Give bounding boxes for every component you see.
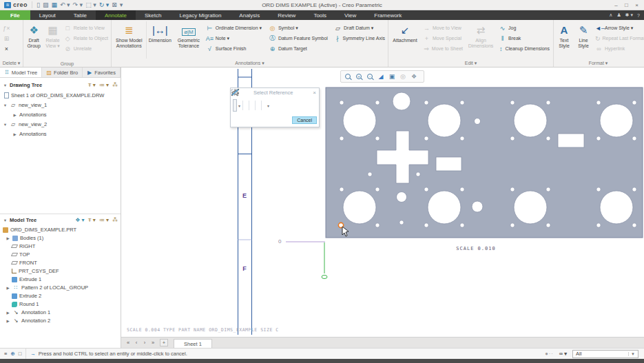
make-line-dropdown-icon[interactable]: ▾ xyxy=(267,103,270,108)
display-style-icon[interactable]: ◎ xyxy=(398,72,408,81)
user-account-icon[interactable]: ♟ xyxy=(616,12,621,18)
cleanup-dimensions-button[interactable]: ↕Cleanup Dimensions xyxy=(497,43,552,54)
tab-legacy-migration[interactable]: Legacy Migration xyxy=(170,10,230,20)
tree-item-annotations-1[interactable]: ▶ Annotations xyxy=(0,110,121,119)
next-sheet-icon[interactable]: › xyxy=(142,340,147,346)
new-file-icon[interactable]: ▯ xyxy=(37,1,40,8)
ordinate-dimension-button[interactable]: ⊢Ordinate Dimension ▾ xyxy=(204,23,267,33)
delete-annotation-button[interactable]: ƒ× xyxy=(1,23,22,33)
symbol-button[interactable]: ◎Symbol ▾ xyxy=(267,23,332,33)
group-label-delete[interactable]: Delete ▾ xyxy=(0,61,23,66)
break-button[interactable]: ‖Break xyxy=(497,33,552,43)
collapse-icon[interactable]: ▼ xyxy=(3,83,8,87)
expander-collapsed-icon[interactable]: ▶ xyxy=(6,311,10,315)
tab-review[interactable]: Review xyxy=(269,10,304,20)
minimize-button[interactable]: – xyxy=(612,2,621,8)
collapse-icon[interactable]: ▼ xyxy=(3,218,8,222)
full-screen-icon[interactable]: □ xyxy=(19,351,22,357)
dimension-button[interactable]: |↔| Dimension xyxy=(147,21,174,59)
midpoint-reference-button[interactable] xyxy=(251,99,253,112)
tab-framework[interactable]: Framework xyxy=(365,10,411,20)
undo-icon[interactable]: ↶ ▾ xyxy=(60,1,70,8)
on-entity-reference-button[interactable] xyxy=(245,99,247,112)
cancel-button[interactable]: Cancel xyxy=(292,116,317,124)
filter-icon[interactable]: Ŧ ▾ xyxy=(88,82,96,88)
unrelate-button[interactable]: ⊘Unrelate xyxy=(62,43,110,54)
selection-filter-icon[interactable]: ⬚ ▾ xyxy=(85,1,96,8)
redo-icon[interactable]: ↷ ▾ xyxy=(73,1,83,8)
group-label-annotations[interactable]: Annotations ▾ xyxy=(112,61,388,66)
tree-item-new-view-2[interactable]: ▼ ▱ new_view_2 xyxy=(0,120,121,129)
tab-folder-browser[interactable]: ▨Folder Bro xyxy=(42,68,83,77)
regenerate-icon[interactable]: ↻ ▾ xyxy=(99,1,110,8)
expander-collapsed-icon[interactable]: ▶ xyxy=(6,236,10,240)
expander-collapsed-icon[interactable]: ▶ xyxy=(12,132,17,136)
refit-icon[interactable]: ◢ xyxy=(376,72,386,81)
tab-sketch[interactable]: Sketch xyxy=(136,10,170,20)
show-model-annotations-button[interactable]: ≣ Show Model Annotations xyxy=(112,21,147,59)
previous-sheet-icon[interactable]: ‹ xyxy=(134,340,139,346)
delete-button[interactable]: × xyxy=(1,43,22,54)
group-label-edit[interactable]: Edit ▾ xyxy=(388,61,553,66)
help-icon[interactable]: ? xyxy=(637,13,640,18)
tab-table[interactable]: Table xyxy=(65,10,96,20)
hyperlink-button[interactable]: ∞Hyperlink xyxy=(593,43,641,54)
tab-layout[interactable]: Layout xyxy=(30,10,65,20)
datum-feature-symbol-button[interactable]: ⒶDatum Feature Symbol xyxy=(267,33,332,43)
zoom-in-icon[interactable]: + xyxy=(354,72,364,81)
panel-splitter[interactable] xyxy=(0,214,121,214)
tab-analysis[interactable]: Analysis xyxy=(230,10,269,20)
search-icon[interactable]: ∞ ▾ xyxy=(559,351,567,357)
symmetry-line-axis-button[interactable]: ∤Symmetry Line Axis xyxy=(332,33,387,43)
datum-display-filters-icon[interactable]: ❖ xyxy=(409,72,419,81)
dialog-close-icon[interactable]: × xyxy=(313,90,316,96)
model-filter-icon[interactable]: ❖ ▾ xyxy=(75,217,84,223)
repeat-last-format-button[interactable]: ↻Repeat Last Format xyxy=(593,33,641,43)
add-sheet-button[interactable]: + xyxy=(160,339,168,346)
center-reference-button[interactable] xyxy=(257,99,260,112)
expander-expanded-icon[interactable]: ▼ xyxy=(3,103,8,107)
customize-qat-icon[interactable]: ▾ xyxy=(120,1,123,8)
move-special-button[interactable]: +Move Special xyxy=(421,33,465,43)
tab-model-tree[interactable]: ⠿Model Tree xyxy=(0,68,42,77)
first-sheet-icon[interactable]: « xyxy=(125,340,131,346)
tab-annotate[interactable]: Annotate xyxy=(96,10,136,20)
relate-to-view-button[interactable]: □Relate to View xyxy=(62,23,110,33)
tab-favorites[interactable]: ▶Favorites xyxy=(83,68,121,77)
jog-button[interactable]: ∿Jog xyxy=(497,23,552,33)
surface-finish-button[interactable]: √Surface Finish xyxy=(204,43,267,54)
expander-collapsed-icon[interactable]: ▶ xyxy=(12,113,17,117)
draft-group-button[interactable]: ❖ Draft Group xyxy=(24,21,43,59)
close-window-icon[interactable]: ⊠ xyxy=(112,1,117,8)
drawing-sheet-graphics[interactable] xyxy=(121,68,644,337)
expander-expanded-icon[interactable]: ▼ xyxy=(3,123,8,127)
ordinate-baseline-label[interactable]: 0 xyxy=(278,238,281,245)
draft-datum-button[interactable]: ▱Draft Datum ▾ xyxy=(332,23,387,33)
line-style-button[interactable]: ✎ Line Style xyxy=(574,21,593,59)
expander-collapsed-icon[interactable]: ▶ xyxy=(6,286,10,290)
restore-button[interactable]: □ xyxy=(622,2,631,8)
last-sheet-icon[interactable]: » xyxy=(150,340,156,346)
relate-to-object-button[interactable]: ◇Relate to Object xyxy=(62,33,110,43)
open-file-icon[interactable]: ▨ xyxy=(43,1,49,8)
tab-tools[interactable]: Tools xyxy=(304,10,335,20)
tab-file[interactable]: File xyxy=(0,10,30,20)
move-to-view-button[interactable]: →Move to View xyxy=(421,23,465,33)
sheet-tab-1[interactable]: Sheet 1 xyxy=(174,339,212,348)
zoom-region-icon[interactable] xyxy=(343,72,353,81)
close-button[interactable]: × xyxy=(632,2,641,8)
text-style-button[interactable]: A Text Style xyxy=(554,21,574,59)
arrow-style-button[interactable]: ◄–Arrow Style ▾ xyxy=(593,23,641,33)
geometric-tolerance-button[interactable]: ⌀|M Geometric Tolerance xyxy=(174,21,204,59)
collapse-ribbon-icon[interactable]: ∧ xyxy=(609,12,612,18)
relate-view-button[interactable]: ▦ Relate View ▾ xyxy=(43,21,62,59)
group-label-group[interactable]: Group xyxy=(23,61,111,66)
attachment-button[interactable]: ↙ Attachment xyxy=(389,21,421,59)
move-to-sheet-button[interactable]: ⇒Move to Sheet xyxy=(421,43,465,54)
tree-item-new-view-1[interactable]: ▼ ▱ new_view_1 xyxy=(0,101,121,110)
tree-item-annotation-2[interactable]: ▶↘Annotation 2 xyxy=(0,316,121,325)
navigator-toggle-icon[interactable]: ≡ xyxy=(4,351,7,357)
select-reference-button[interactable] xyxy=(233,99,237,112)
align-dimensions-button[interactable]: ⇄ Align Dimensions xyxy=(465,21,497,59)
tree-settings-icon[interactable]: ⁂ xyxy=(112,82,118,88)
